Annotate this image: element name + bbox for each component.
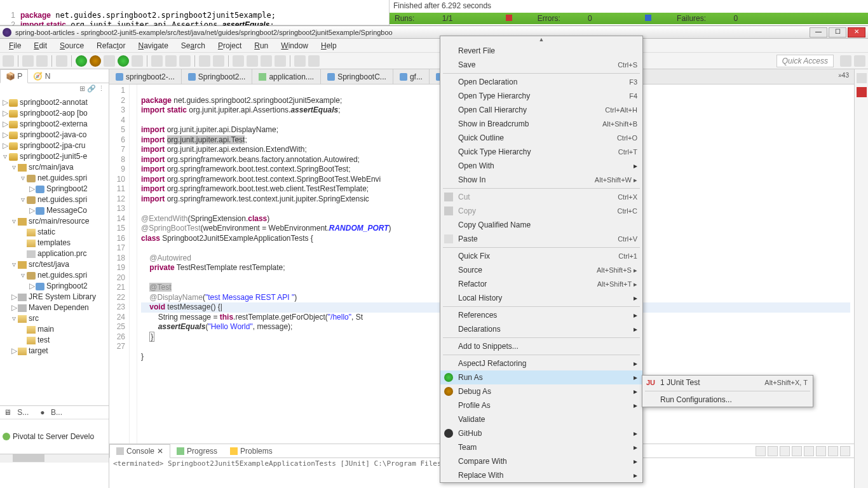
editor-tab[interactable]: gf...	[393, 69, 430, 84]
close-button[interactable]: ✕	[848, 27, 865, 37]
new-package-icon[interactable]	[213, 55, 224, 67]
debug-icon[interactable]	[90, 55, 101, 67]
search-icon[interactable]	[165, 55, 177, 67]
tree-node[interactable]: static	[1, 227, 107, 238]
ctx-paste[interactable]: PasteCtrl+V	[440, 232, 642, 246]
menu-refactor[interactable]: Refactor	[92, 40, 130, 51]
console-btn[interactable]	[756, 446, 766, 456]
new-class-icon[interactable]	[199, 55, 210, 67]
menu-run[interactable]: Run	[249, 40, 273, 51]
tree-node[interactable]: ▷springboot2-externa	[1, 119, 107, 130]
tree-node[interactable]: main	[1, 324, 107, 335]
tree-node[interactable]: ▿src/main/java	[1, 162, 107, 173]
link-icon[interactable]	[261, 55, 272, 67]
pin-icon[interactable]	[247, 55, 258, 67]
ctx-show-in-breadcrumb[interactable]: Show in BreadcrumbAlt+Shift+B	[440, 117, 642, 131]
ctx-open-with[interactable]: Open With▸	[440, 159, 642, 173]
more-tabs[interactable]: »43	[833, 69, 854, 84]
console-btn[interactable]	[768, 446, 778, 456]
ctx-run-as[interactable]: Run As▸	[440, 370, 642, 384]
task-icon[interactable]	[179, 55, 191, 67]
ctx-replace-with[interactable]: Replace With▸	[440, 468, 642, 482]
ctx-quick-fix[interactable]: Quick FixCtrl+1	[440, 249, 642, 263]
tree-node[interactable]: ▷target	[1, 346, 107, 356]
ctx-quick-type-hierarchy[interactable]: Quick Type HierarchyCtrl+T	[440, 145, 642, 159]
console-btn[interactable]	[780, 446, 790, 456]
menu-help[interactable]: Help	[316, 40, 342, 51]
ctx-team[interactable]: Team▸	[440, 440, 642, 454]
ctx-quick-outline[interactable]: Quick OutlineCtrl+O	[440, 131, 642, 145]
minimize-button[interactable]: —	[810, 27, 827, 37]
tab-boot[interactable]: ● B...	[36, 406, 70, 419]
toggle-icon[interactable]	[233, 55, 244, 67]
tree-node[interactable]: ▿src	[1, 313, 107, 324]
ctx-debug-as[interactable]: Debug As▸	[440, 384, 642, 398]
console-btn[interactable]	[816, 446, 826, 456]
ctx-add-to-snippets-[interactable]: Add to Snippets...	[440, 339, 642, 353]
tree-node[interactable]: templates	[1, 238, 107, 248]
ctx-profile-as[interactable]: Profile As▸	[440, 398, 642, 412]
tab-console[interactable]: Console ✕	[109, 444, 170, 458]
coverage-icon[interactable]	[104, 55, 115, 67]
tree-node[interactable]: ▿src/test/java	[1, 259, 107, 270]
save-icon[interactable]	[22, 55, 34, 67]
tree-node[interactable]: ▿springboot2-junit5-e	[1, 151, 107, 162]
ctx-open-call-hierarchy[interactable]: Open Call HierarchyCtrl+Alt+H	[440, 103, 642, 117]
console-btn[interactable]	[840, 446, 850, 456]
menu-window[interactable]: Window	[276, 40, 313, 51]
tree-node[interactable]: application.prc	[1, 248, 107, 259]
tree-node[interactable]: ▷MessageCo	[1, 205, 107, 216]
tree-node[interactable]: test	[1, 335, 107, 346]
persp-debug-icon[interactable]	[854, 55, 865, 67]
ctx-open-type-hierarchy[interactable]: Open Type HierarchyF4	[440, 89, 642, 103]
sub-run-configurations-[interactable]: Run Configurations...	[642, 393, 813, 407]
new-icon[interactable]	[3, 55, 14, 67]
tab-navigator[interactable]: 🧭 N	[28, 70, 55, 83]
ctx-revert-file[interactable]: Revert File	[440, 44, 642, 58]
console-btn[interactable]	[804, 446, 814, 456]
ctx-compare-with[interactable]: Compare With▸	[440, 454, 642, 468]
menu-edit[interactable]: Edit	[29, 40, 52, 51]
menu-project[interactable]: Project	[213, 40, 247, 51]
stop-icon[interactable]	[132, 55, 143, 67]
ctx-declarations[interactable]: Declarations▸	[440, 322, 642, 336]
fwd-icon[interactable]	[308, 55, 320, 67]
junit-icon[interactable]	[857, 87, 867, 97]
tree-node[interactable]: ▷Springboot2	[1, 184, 107, 194]
ctx-local-history[interactable]: Local History▸	[440, 291, 642, 305]
run-last-icon[interactable]	[118, 55, 129, 67]
editor-tab[interactable]: Springboot2...	[182, 69, 253, 84]
tab-servers[interactable]: 🖥 S...	[0, 406, 36, 419]
ctx-save[interactable]: SaveCtrl+S	[440, 58, 642, 72]
ctx-github[interactable]: GitHub▸	[440, 426, 642, 440]
tree-node[interactable]: ▿net.guides.spri	[1, 194, 107, 205]
tree-node[interactable]: ▷JRE System Library	[1, 292, 107, 302]
pivotal-server[interactable]: Pivotal tc Server Develo	[0, 419, 109, 454]
tab-problems[interactable]: Problems	[224, 445, 279, 458]
tree-node[interactable]: ▷springboot2-java-co	[1, 130, 107, 140]
menu-file[interactable]: File	[4, 40, 26, 51]
build-icon[interactable]	[56, 55, 67, 67]
editor-tab[interactable]: application....	[252, 69, 321, 84]
ctx-validate[interactable]: Validate	[440, 412, 642, 426]
tree-node[interactable]: ▿net.guides.spri	[1, 173, 107, 184]
maximize-button[interactable]: ☐	[829, 27, 846, 37]
persp-java-icon[interactable]	[840, 55, 851, 67]
menu-search[interactable]: Search	[176, 40, 210, 51]
tree-node[interactable]: ▿src/main/resource	[1, 216, 107, 227]
outline-icon[interactable]	[857, 73, 867, 83]
ctx-cut[interactable]: CutCtrl+X	[440, 190, 642, 204]
console-btn[interactable]	[828, 446, 838, 456]
tree-node[interactable]: ▷springboot2-aop [bo	[1, 108, 107, 119]
tree-node[interactable]: ▷Springboot2	[1, 281, 107, 292]
tree-node[interactable]: ▷Maven Dependen	[1, 302, 107, 313]
ctx-copy-qualified-name[interactable]: Copy Qualified Name	[440, 218, 642, 232]
tree-node[interactable]: ▷springboot2-jpa-cru	[1, 140, 107, 151]
tab-package-explorer[interactable]: 📦 P	[0, 69, 28, 83]
run-icon[interactable]	[76, 55, 87, 67]
editor-tab[interactable]: springboot2-...	[109, 69, 182, 84]
quick-access[interactable]: Quick Access	[776, 55, 834, 67]
tree-node[interactable]: ▷springboot2-annotat	[1, 97, 107, 108]
wand-icon[interactable]	[275, 55, 286, 67]
menu-navigate[interactable]: Navigate	[133, 40, 173, 51]
